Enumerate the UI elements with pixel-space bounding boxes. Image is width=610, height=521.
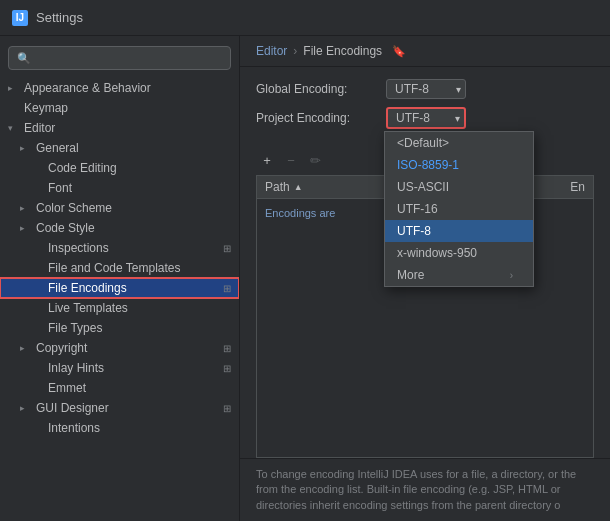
add-button[interactable]: + [256, 149, 278, 171]
global-encoding-row: Global Encoding: UTF-8 [256, 79, 594, 99]
dropdown-item-utf-16[interactable]: UTF-16 [385, 198, 533, 220]
dropdown-item-label: UTF-8 [397, 224, 431, 238]
global-encoding-dropdown[interactable]: UTF-8 [386, 79, 466, 99]
sidebar-item-label: Emmet [48, 381, 86, 395]
sidebar-item-label: Color Scheme [36, 201, 112, 215]
chevron-icon [8, 123, 20, 133]
chevron-icon [20, 203, 32, 213]
bottom-info-text: To change encoding IntelliJ IDEA uses fo… [256, 468, 576, 511]
sidebar-item-label: Inlay Hints [48, 361, 104, 375]
sidebar-item-label: Appearance & Behavior [24, 81, 151, 95]
chevron-icon [8, 83, 20, 93]
badge-icon: ⊞ [223, 283, 231, 294]
sidebar-items-container: Appearance & BehaviorKeymapEditorGeneral… [0, 78, 239, 438]
form-area: Global Encoding: UTF-8 Project Encoding:… [240, 67, 610, 145]
sidebar-item-label: Inspections [48, 241, 109, 255]
dropdown-item-label: ISO-8859-1 [397, 158, 459, 172]
project-encoding-dropdown[interactable]: UTF-8 [386, 107, 466, 129]
dropdown-item-us-ascii[interactable]: US-ASCII [385, 176, 533, 198]
sidebar-item-label: Live Templates [48, 301, 128, 315]
sidebar-item-code-editing[interactable]: Code Editing [0, 158, 239, 178]
badge-icon: ⊞ [223, 403, 231, 414]
project-encoding-row: Project Encoding: UTF-8 <Default>ISO-885… [256, 107, 594, 129]
dropdown-item-label: UTF-16 [397, 202, 438, 216]
dropdown-item-label: <Default> [397, 136, 449, 150]
content-area: Editor › File Encodings 🔖 Global Encodin… [240, 36, 610, 521]
chevron-right-icon: › [510, 270, 513, 281]
sidebar-item-file-code-templates[interactable]: File and Code Templates [0, 258, 239, 278]
dropdown-item-iso-8859-1[interactable]: ISO-8859-1 [385, 154, 533, 176]
sidebar-item-appearance[interactable]: Appearance & Behavior [0, 78, 239, 98]
bookmark-icon: 🔖 [392, 45, 406, 58]
breadcrumb: Editor › File Encodings 🔖 [240, 36, 610, 67]
sidebar-item-label: Code Editing [48, 161, 117, 175]
sidebar-item-label: Copyright [36, 341, 87, 355]
sidebar-item-live-templates[interactable]: Live Templates [0, 298, 239, 318]
badge-icon: ⊞ [223, 243, 231, 254]
sidebar-item-copyright[interactable]: Copyright⊞ [0, 338, 239, 358]
bottom-info: To change encoding IntelliJ IDEA uses fo… [240, 458, 610, 521]
sidebar-item-font[interactable]: Font [0, 178, 239, 198]
main-layout: 🔍 Appearance & BehaviorKeymapEditorGener… [0, 36, 610, 521]
sidebar-item-label: Intentions [48, 421, 100, 435]
search-input[interactable] [37, 51, 222, 65]
sidebar-item-label: Font [48, 181, 72, 195]
sidebar-item-label: GUI Designer [36, 401, 109, 415]
sidebar-item-label: File and Code Templates [48, 261, 181, 275]
app-icon: IJ [12, 10, 28, 26]
badge-icon: ⊞ [223, 343, 231, 354]
sidebar-item-keymap[interactable]: Keymap [0, 98, 239, 118]
breadcrumb-current: File Encodings [303, 44, 382, 58]
sidebar: 🔍 Appearance & BehaviorKeymapEditorGener… [0, 36, 240, 521]
dropdown-item-x-windows-950[interactable]: x-windows-950 [385, 242, 533, 264]
dropdown-item-more[interactable]: More› [385, 264, 533, 286]
edit-button[interactable]: ✏ [304, 149, 326, 171]
chevron-icon [20, 223, 32, 233]
dropdown-item-default[interactable]: <Default> [385, 132, 533, 154]
breadcrumb-separator: › [293, 44, 297, 58]
sidebar-item-inlay-hints[interactable]: Inlay Hints⊞ [0, 358, 239, 378]
project-encoding-label: Project Encoding: [256, 111, 386, 125]
dropdown-item-label: More [397, 268, 424, 282]
sidebar-item-emmet[interactable]: Emmet [0, 378, 239, 398]
search-icon: 🔍 [17, 52, 31, 65]
sidebar-item-color-scheme[interactable]: Color Scheme [0, 198, 239, 218]
dropdown-item-label: US-ASCII [397, 180, 449, 194]
sidebar-item-editor[interactable]: Editor [0, 118, 239, 138]
chevron-icon [20, 143, 32, 153]
title-bar: IJ Settings [0, 0, 610, 36]
remove-button[interactable]: − [280, 149, 302, 171]
sidebar-item-file-encodings[interactable]: File Encodings⊞ [0, 278, 239, 298]
chevron-icon [20, 343, 32, 353]
search-box[interactable]: 🔍 [8, 46, 231, 70]
sidebar-item-code-style[interactable]: Code Style [0, 218, 239, 238]
dropdown-item-label: x-windows-950 [397, 246, 477, 260]
breadcrumb-parent: Editor [256, 44, 287, 58]
sidebar-item-label: Code Style [36, 221, 95, 235]
sidebar-item-intentions[interactable]: Intentions [0, 418, 239, 438]
sidebar-item-label: General [36, 141, 79, 155]
window-title: Settings [36, 10, 83, 25]
encoding-column-header: En [570, 180, 585, 194]
sidebar-item-label: Editor [24, 121, 55, 135]
sidebar-item-label: File Types [48, 321, 102, 335]
global-encoding-label: Global Encoding: [256, 82, 386, 96]
sidebar-item-label: File Encodings [48, 281, 127, 295]
sidebar-item-inspections[interactable]: Inspections⊞ [0, 238, 239, 258]
sidebar-item-file-types[interactable]: File Types [0, 318, 239, 338]
sidebar-item-gui-designer[interactable]: GUI Designer⊞ [0, 398, 239, 418]
path-column-header: Path ▲ [265, 180, 303, 194]
sort-icon: ▲ [294, 182, 303, 192]
encodings-info-text: Encodings are [265, 207, 335, 219]
dropdown-item-utf-8[interactable]: UTF-8 [385, 220, 533, 242]
encoding-dropdown-menu: <Default>ISO-8859-1US-ASCIIUTF-16UTF-8x-… [384, 131, 534, 287]
chevron-icon [20, 403, 32, 413]
badge-icon: ⊞ [223, 363, 231, 374]
sidebar-item-label: Keymap [24, 101, 68, 115]
sidebar-item-general[interactable]: General [0, 138, 239, 158]
